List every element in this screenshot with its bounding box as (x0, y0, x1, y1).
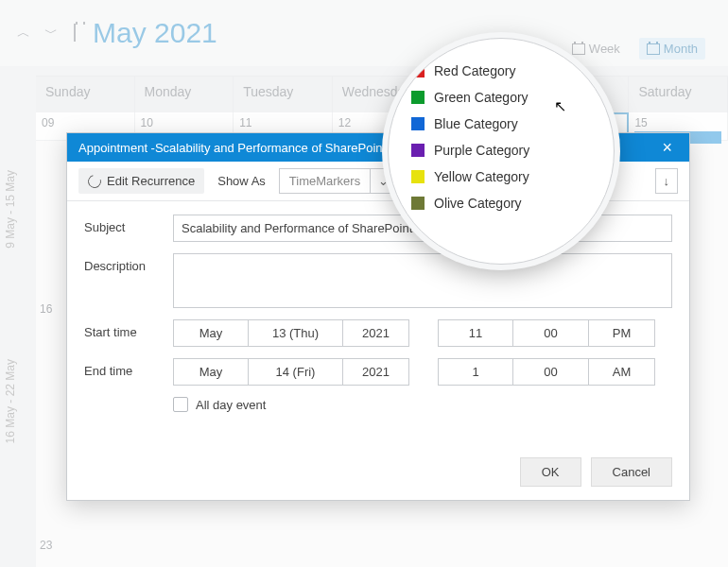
end-month[interactable]: May (173, 358, 249, 386)
end-min[interactable]: 00 (513, 358, 589, 386)
end-hour[interactable]: 1 (438, 358, 513, 386)
allday-checkbox[interactable] (173, 397, 188, 412)
category-label: Blue Category (434, 116, 518, 131)
category-label: Purple Category (434, 143, 529, 158)
category-label: Yellow Category (434, 169, 529, 184)
cancel-button[interactable]: Cancel (591, 457, 672, 487)
category-swatch (411, 91, 425, 104)
start-year[interactable]: 2021 (343, 319, 409, 347)
allday-label: All day event (196, 398, 266, 412)
timemarkers-select[interactable]: TimeMarkers ⌄ (279, 168, 397, 194)
cursor-icon: ↖ (554, 97, 566, 115)
recurrence-icon (85, 172, 103, 190)
edit-recurrence-button[interactable]: Edit Recurrence (78, 168, 204, 194)
category-swatch (411, 197, 425, 210)
category-swatch (411, 144, 425, 157)
ok-button[interactable]: OK (520, 457, 581, 487)
category-label: Red Category (434, 63, 515, 78)
start-time-label: Start time (84, 319, 173, 339)
end-ampm[interactable]: AM (589, 358, 655, 386)
category-swatch (411, 117, 425, 130)
description-label: Description (84, 253, 173, 273)
category-popup: Red CategoryGreen CategoryBlue CategoryP… (388, 38, 615, 265)
category-item[interactable]: Olive Category (411, 190, 591, 216)
close-button[interactable]: × (656, 138, 678, 158)
category-label: Green Category (434, 90, 529, 105)
description-input[interactable] (173, 253, 672, 308)
start-min[interactable]: 00 (513, 319, 589, 347)
show-as-label: Show As (217, 174, 266, 188)
category-swatch (411, 170, 425, 183)
category-item[interactable]: Purple Category (411, 137, 591, 163)
category-item[interactable]: Yellow Category (411, 163, 591, 190)
category-item[interactable]: Red Category (411, 58, 591, 84)
start-hour[interactable]: 11 (438, 319, 513, 347)
start-day[interactable]: 13 (Thu) (249, 319, 343, 347)
category-label: Olive Category (434, 196, 522, 211)
toolbar-dropdown[interactable]: ↓ (655, 168, 679, 194)
dialog-title: Appointment -Scalability and Performance… (78, 141, 386, 155)
end-day[interactable]: 14 (Fri) (249, 358, 343, 386)
subject-label: Subject (84, 215, 173, 234)
start-month[interactable]: May (173, 319, 249, 347)
start-ampm[interactable]: PM (589, 319, 655, 347)
arrow-down-icon: ↓ (656, 169, 678, 193)
end-year[interactable]: 2021 (343, 358, 409, 386)
end-time-label: End time (84, 358, 173, 378)
